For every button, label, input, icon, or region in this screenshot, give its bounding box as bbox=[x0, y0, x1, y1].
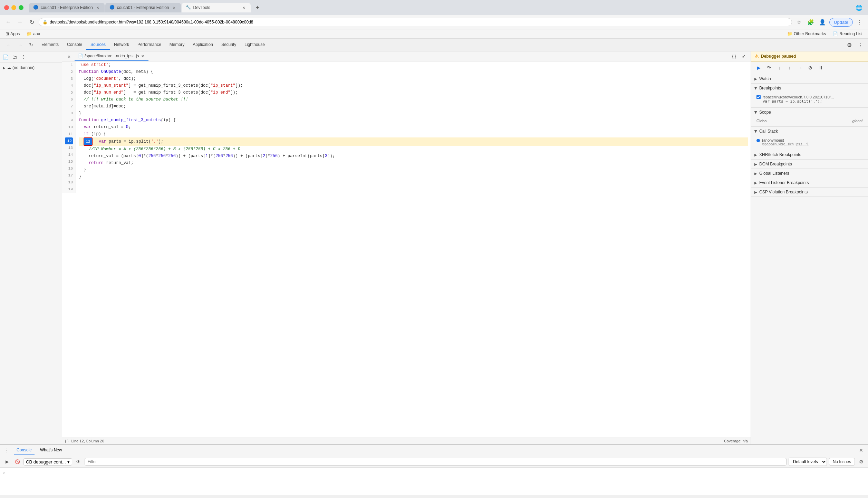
devtools-tab-lighthouse[interactable]: Lighthouse bbox=[240, 40, 269, 50]
global-expand-arrow: ▶ bbox=[754, 172, 757, 175]
devtools-tab-performance[interactable]: Performance bbox=[133, 40, 165, 50]
console-tab-whats-new[interactable]: What's New bbox=[37, 446, 65, 454]
devtools-tab-elements[interactable]: Elements bbox=[37, 40, 63, 50]
ln-11: 11 bbox=[65, 131, 73, 137]
file-tab-active[interactable]: 📄 /space/linuxbre...nrich_ips.t.js ✕ bbox=[75, 51, 148, 61]
deactivate-breakpoints-button[interactable]: ⊘ bbox=[806, 63, 815, 73]
callstack-section: ▶ Call Stack (anonymous) /space/linuxbre… bbox=[751, 127, 868, 150]
step-out-button[interactable]: ↑ bbox=[785, 63, 794, 73]
dom-section-header[interactable]: ▶ DOM Breakpoints bbox=[751, 160, 868, 169]
other-bookmarks[interactable]: 📁 Other Bookmarks bbox=[785, 31, 828, 37]
new-tab-button[interactable]: + bbox=[253, 3, 262, 12]
step-button[interactable]: → bbox=[795, 63, 805, 73]
tab-2-close[interactable]: ✕ bbox=[171, 5, 177, 10]
tab-1-close[interactable]: ✕ bbox=[95, 5, 100, 10]
pretty-print-status-icon[interactable]: { } bbox=[65, 439, 68, 443]
xhr-label: XHR/fetch Breakpoints bbox=[759, 152, 801, 157]
clear-console-button[interactable]: 🚫 bbox=[13, 458, 21, 466]
step-into-button[interactable]: ↓ bbox=[774, 63, 784, 73]
file-tab-close[interactable]: ✕ bbox=[140, 54, 145, 58]
more-options-icon[interactable]: ⋮ bbox=[19, 53, 28, 61]
coverage-status: Coverage: n/a bbox=[724, 439, 748, 443]
maximize-traffic-light[interactable] bbox=[19, 5, 23, 10]
extensions-button[interactable]: 🧩 bbox=[806, 17, 816, 27]
devtools-forward-button[interactable]: → bbox=[15, 40, 25, 50]
devtools-tab-security[interactable]: Security bbox=[217, 40, 240, 50]
code-editor[interactable]: 1 2 3 4 5 6 7 8 9 10 11 12 13 14 bbox=[62, 61, 751, 438]
tab-3[interactable]: 🔧 DevTools ✕ bbox=[182, 3, 251, 12]
bookmark-apps[interactable]: ⊞ Apps bbox=[3, 31, 22, 37]
domain-item-no-domain[interactable]: ▶ ☁ (no domain) bbox=[1, 64, 60, 71]
csp-expand-arrow: ▶ bbox=[754, 190, 757, 194]
chrome-menu-button[interactable]: ⋮ bbox=[855, 17, 865, 27]
devtools-settings-icon[interactable]: ⚙ bbox=[845, 40, 854, 50]
watch-section-header[interactable]: ▶ Watch bbox=[751, 74, 868, 83]
code-line-10: var return_val = 0; bbox=[79, 124, 748, 131]
console-close-button[interactable]: ✕ bbox=[857, 446, 865, 454]
console-level-select[interactable]: Default levels bbox=[789, 458, 827, 466]
ln-13: 13 bbox=[65, 144, 73, 151]
back-button[interactable]: ← bbox=[3, 17, 13, 27]
context-selector[interactable]: CB debugger cont... ▾ bbox=[23, 458, 72, 466]
devtools-tab-memory[interactable]: Memory bbox=[165, 40, 189, 50]
console-menu-icon[interactable]: ⋮ bbox=[3, 446, 11, 454]
tab-3-close[interactable]: ✕ bbox=[241, 5, 247, 10]
update-button[interactable]: Update bbox=[829, 18, 853, 27]
tabs-bar: 🔵 couch01 - Enterprise Edition ✕ 🔵 couch… bbox=[29, 3, 851, 12]
code-line-5: doc["ip_num_end"] = get_numip_first_3_oc… bbox=[79, 89, 748, 96]
callstack-section-header[interactable]: ▶ Call Stack bbox=[751, 127, 868, 136]
expand-left-icon[interactable]: « bbox=[65, 52, 73, 60]
devtools-back-button[interactable]: ← bbox=[4, 40, 14, 50]
devtools-tab-sources[interactable]: Sources bbox=[86, 40, 110, 50]
console-settings-icon[interactable]: ⚙ bbox=[857, 458, 865, 466]
filesystem-icon[interactable]: 🗂 bbox=[10, 53, 19, 61]
devtools-tab-application[interactable]: Application bbox=[189, 40, 217, 50]
eye-icon[interactable]: 👁 bbox=[74, 458, 83, 466]
bookmark-star-button[interactable]: ☆ bbox=[794, 17, 804, 27]
console-prompt: › bbox=[3, 470, 865, 475]
devtools-more-icon[interactable]: ⋮ bbox=[856, 40, 865, 50]
execute-button[interactable]: ▶ bbox=[3, 458, 11, 466]
breakpoints-section-header[interactable]: ▶ Breakpoints bbox=[751, 84, 868, 93]
devtools-tab-network[interactable]: Network bbox=[110, 40, 133, 50]
devtools-tab-console[interactable]: Console bbox=[63, 40, 86, 50]
eventlistener-section-header[interactable]: ▶ Event Listener Breakpoints bbox=[751, 178, 868, 187]
ln-19: 19 bbox=[65, 186, 73, 193]
callstack-location: /space/linuxbre...rich_ips.t....:1 bbox=[762, 142, 862, 146]
minimize-traffic-light[interactable] bbox=[11, 5, 16, 10]
global-section: ▶ Global Listeners bbox=[751, 169, 868, 178]
xhr-section-header[interactable]: ▶ XHR/fetch Breakpoints bbox=[751, 150, 868, 159]
step-over-button[interactable]: ↷ bbox=[764, 63, 774, 73]
pause-on-exceptions-button[interactable]: ⏸ bbox=[816, 63, 826, 73]
address-input[interactable] bbox=[50, 20, 788, 25]
context-label: CB debugger cont... bbox=[26, 459, 66, 465]
csp-section-header[interactable]: ▶ CSP Violation Breakpoints bbox=[751, 188, 868, 197]
global-section-header[interactable]: ▶ Global Listeners bbox=[751, 169, 868, 178]
pretty-print-button[interactable]: { } bbox=[730, 52, 738, 60]
console-tab-console[interactable]: Console bbox=[14, 446, 35, 454]
forward-button[interactable]: → bbox=[15, 17, 25, 27]
scope-section-header[interactable]: ▶ Scope bbox=[751, 108, 868, 117]
code-line-11: if (ip) { bbox=[79, 131, 748, 137]
left-panel: 📄 🗂 ⋮ ▶ ☁ (no domain) bbox=[0, 51, 62, 444]
bookmark-aaa[interactable]: 📁 aaa bbox=[25, 31, 42, 37]
reading-list[interactable]: 📄 Reading List bbox=[831, 31, 865, 37]
user-profile-button[interactable]: 👤 bbox=[818, 17, 827, 27]
tab-1-title: couch01 - Enterprise Edition bbox=[41, 5, 93, 10]
close-traffic-light[interactable] bbox=[4, 5, 9, 10]
cast-button[interactable]: 🌐 bbox=[854, 3, 864, 12]
reload-button[interactable]: ↻ bbox=[27, 17, 37, 27]
page-icon[interactable]: 📄 bbox=[1, 53, 10, 61]
breakpoint-checkbox[interactable] bbox=[756, 95, 761, 99]
tab-1[interactable]: 🔵 couch01 - Enterprise Edition ✕ bbox=[29, 3, 105, 12]
dom-section: ▶ DOM Breakpoints bbox=[751, 160, 868, 169]
tab-2-title: couch01 - Enterprise Edition bbox=[117, 5, 169, 10]
address-bar[interactable]: 🔒 bbox=[39, 18, 792, 26]
expand-panel-button[interactable]: ⤢ bbox=[740, 52, 748, 60]
tab-2[interactable]: 🔵 couch01 - Enterprise Edition ✕ bbox=[105, 3, 181, 12]
resume-button[interactable]: ▶ bbox=[754, 63, 763, 73]
devtools-reload-button[interactable]: ↻ bbox=[26, 40, 36, 50]
code-content: 'use strict'; function OnUpdate(doc, met… bbox=[76, 61, 751, 193]
debugger-paused-label: Debugger paused bbox=[761, 54, 796, 59]
console-filter-input[interactable] bbox=[85, 458, 787, 466]
